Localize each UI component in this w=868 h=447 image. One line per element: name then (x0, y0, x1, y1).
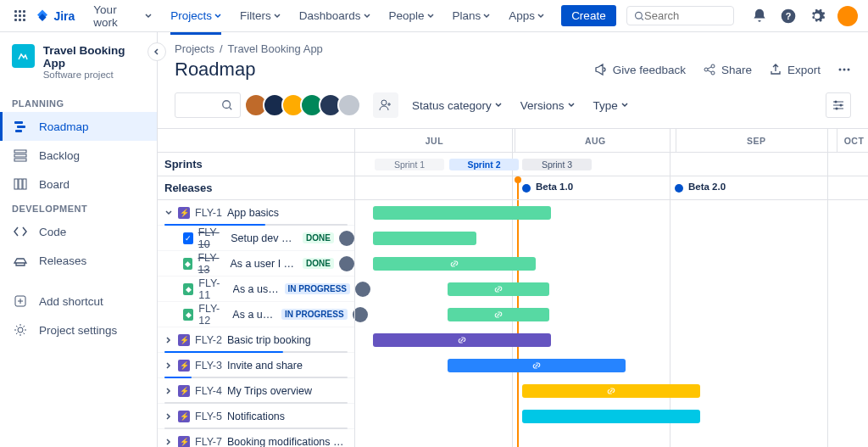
main-content: Projects/ Travel Booking App Roadmap Giv… (158, 32, 868, 447)
sidebar-item-backlog[interactable]: Backlog (0, 141, 157, 170)
add-people-button[interactable] (373, 92, 398, 118)
sliders-icon (832, 98, 845, 112)
issue-summary: Invite and share (227, 360, 303, 372)
expand-icon[interactable] (164, 412, 173, 421)
filter-search-input[interactable] (175, 92, 241, 118)
give-feedback-button[interactable]: Give feedback (594, 63, 686, 76)
add-shortcut-icon (12, 293, 29, 310)
nav-people[interactable]: People (382, 4, 441, 27)
issue-row-FLY-2[interactable]: ⚡ FLY-2 Basic trip booking (158, 334, 311, 346)
issue-row-FLY-3[interactable]: ⚡ FLY-3 Invite and share (158, 360, 303, 372)
nav-filters[interactable]: Filters (233, 4, 287, 27)
nav-apps[interactable]: Apps (502, 4, 551, 27)
releases-icon (12, 252, 29, 269)
gantt-bar-FLY-11[interactable] (448, 282, 549, 296)
nav-your-work[interactable]: Your work (86, 0, 159, 34)
nav-projects[interactable]: Projects (164, 4, 228, 27)
svg-rect-8 (14, 154, 26, 157)
sidebar-section-planning: PLANNING (0, 93, 157, 112)
sidebar-item-releases[interactable]: Releases (0, 246, 157, 275)
project-sidebar: Travel Booking App Software project PLAN… (0, 32, 158, 447)
svg-rect-4 (14, 121, 23, 124)
breadcrumb-projects[interactable]: Projects (175, 42, 214, 55)
roadmap-view: Sprints Releases ⚡ FLY-1 App basics ✓ FL… (158, 128, 868, 447)
status-category-filter[interactable]: Status category (407, 96, 507, 115)
assignee-filter-avatars[interactable] (249, 93, 361, 117)
month-aug: AUG (515, 129, 676, 152)
expand-icon[interactable] (164, 387, 173, 395)
gantt-bar-FLY-5[interactable] (522, 410, 700, 423)
export-button[interactable]: Export (769, 63, 821, 76)
issue-row-FLY-5[interactable]: ⚡ FLY-5 Notifications (158, 411, 285, 422)
issue-row-FLY-11[interactable]: ◆ FLY-11 As a user... IN PROGRESS (158, 277, 370, 301)
releases-row-label: Releases (158, 182, 212, 194)
epic-icon: ⚡ (178, 436, 190, 448)
global-search[interactable] (626, 6, 734, 25)
expand-icon[interactable] (164, 361, 173, 370)
sidebar-item-code[interactable]: Code (0, 217, 157, 246)
month-oct: OCT (837, 129, 868, 152)
profile-avatar[interactable] (837, 6, 858, 26)
search-icon (221, 99, 233, 111)
sidebar-item-project-settings[interactable]: Project settings (0, 316, 157, 344)
issue-row-FLY-4[interactable]: ⚡ FLY-4 My Trips overview (158, 385, 312, 397)
issue-row-FLY-12[interactable]: ◆ FLY-12 As a use... IN PROGRESS (158, 303, 368, 327)
svg-rect-5 (17, 126, 25, 128)
jira-logo[interactable]: Jira (35, 8, 75, 24)
svg-point-17 (711, 71, 715, 75)
gantt-bar-FLY-13[interactable] (373, 257, 536, 271)
story-icon: ◆ (183, 283, 193, 295)
issue-row-FLY-1[interactable]: ⚡ FLY-1 App basics (158, 207, 279, 219)
sprint-2-bar[interactable]: Sprint 2 (449, 159, 519, 170)
svg-text:?: ? (786, 11, 792, 21)
gantt-bar-FLY-12[interactable] (448, 308, 549, 321)
svg-point-14 (18, 327, 23, 332)
gantt-bar-FLY-10[interactable] (373, 232, 476, 245)
top-navigation: Jira Your work Projects Filters Dashboar… (0, 0, 868, 32)
more-actions-button[interactable] (837, 63, 851, 76)
expand-icon[interactable] (164, 438, 173, 446)
sidebar-item-add-shortcut[interactable]: Add shortcut (0, 287, 157, 316)
app-switcher-icon[interactable] (10, 6, 30, 26)
share-icon (703, 63, 716, 76)
settings-icon[interactable] (809, 8, 826, 25)
add-people-icon (379, 98, 392, 112)
svg-point-16 (711, 64, 715, 68)
expand-icon[interactable] (164, 336, 173, 344)
notifications-icon[interactable] (751, 8, 768, 25)
versions-filter[interactable]: Versions (515, 96, 580, 115)
month-jul: JUL (354, 129, 515, 152)
collapse-sidebar-button[interactable] (147, 42, 166, 61)
nav-dashboards[interactable]: Dashboards (292, 4, 377, 27)
sprint-1-bar[interactable]: Sprint 1 (375, 159, 444, 170)
gantt-bar-FLY-3[interactable] (448, 359, 626, 372)
type-filter[interactable]: Type (588, 96, 633, 115)
share-button[interactable]: Share (703, 63, 752, 76)
issue-summary: As a user... (233, 283, 280, 295)
sprint-3-bar[interactable]: Sprint 3 (522, 159, 592, 170)
issue-key: FLY-11 (198, 277, 227, 301)
svg-point-0 (635, 12, 642, 19)
board-icon (12, 176, 29, 193)
assignee-avatar (339, 231, 354, 246)
view-settings-button[interactable] (826, 92, 851, 118)
timeline-column[interactable]: JUL AUG SEP OCT Sprint 1 Sprint 2 Sprint… (354, 129, 868, 447)
release-beta-1-dot[interactable] (522, 184, 531, 193)
gantt-bar-FLY-2[interactable] (373, 333, 551, 347)
issue-row-FLY-7[interactable]: ⚡ FLY-7 Booking modifications flow (158, 436, 346, 448)
help-icon[interactable]: ? (780, 8, 797, 25)
nav-plans[interactable]: Plans (446, 4, 498, 27)
issue-row-FLY-13[interactable]: ◆ FLY-13 As a user I can ... DONE (158, 252, 354, 276)
issue-summary: Notifications (227, 411, 285, 422)
gantt-bar-FLY-4[interactable] (522, 384, 700, 398)
create-button[interactable]: Create (561, 5, 616, 26)
release-beta-2-dot[interactable] (675, 184, 683, 193)
search-input[interactable] (644, 9, 726, 22)
roadmap-icon (12, 118, 29, 135)
breadcrumb-project[interactable]: Travel Booking App (228, 42, 323, 55)
issue-row-FLY-10[interactable]: ✓ FLY-10 Setup dev and ... DONE (158, 226, 354, 250)
sidebar-item-roadmap[interactable]: Roadmap (0, 112, 157, 141)
gantt-bar-FLY-1[interactable] (373, 206, 551, 220)
sidebar-item-board[interactable]: Board (0, 170, 157, 198)
expand-icon[interactable] (164, 209, 173, 217)
